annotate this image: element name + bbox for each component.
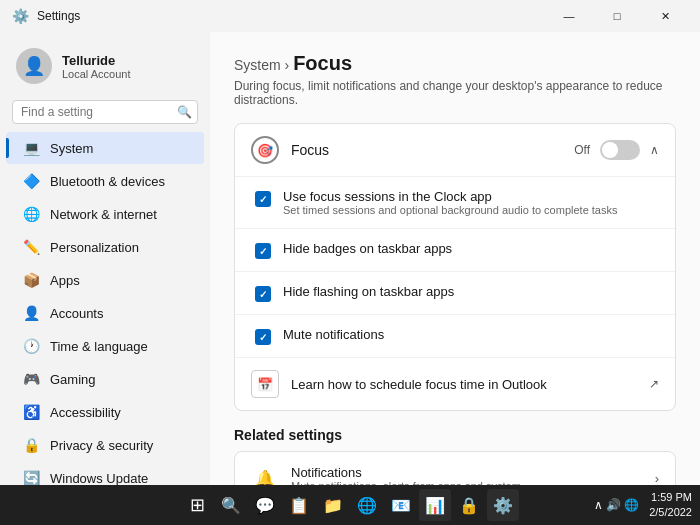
taskbar: ⊞ 🔍 💬 📋 📁 🌐 📧 📊 🔒 ⚙️ ∧ 🔊 🌐 1:59 PM 2/5/2… bbox=[0, 485, 700, 525]
sidebar-item-label-accessibility: Accessibility bbox=[50, 405, 121, 420]
sidebar: 👤 Telluride Local Account 🔍 💻 System 🔷 B… bbox=[0, 32, 210, 485]
sidebar-item-label-system: System bbox=[50, 141, 93, 156]
row-title-clock-sessions: Use focus sessions in the Clock app bbox=[283, 189, 617, 204]
row-subtitle-clock-sessions: Set timed sessions and optional backgrou… bbox=[283, 204, 617, 216]
sidebar-item-windows-update[interactable]: 🔄 Windows Update bbox=[6, 462, 204, 485]
maximize-button[interactable]: □ bbox=[594, 0, 640, 32]
notif-text: Notifications Mute notifications, alerts… bbox=[291, 465, 643, 486]
row-title-mute-notifications: Mute notifications bbox=[283, 327, 384, 342]
sidebar-item-bluetooth[interactable]: 🔷 Bluetooth & devices bbox=[6, 165, 204, 197]
related-settings-heading: Related settings bbox=[234, 427, 676, 443]
card-header-right: Off ∧ bbox=[574, 140, 659, 160]
focus-card-title: Focus bbox=[291, 142, 329, 158]
checkbox-clock-sessions[interactable] bbox=[255, 191, 271, 207]
volume-icon[interactable]: 🔊 bbox=[606, 498, 621, 512]
sidebar-item-label-personalization: Personalization bbox=[50, 240, 139, 255]
lock-button[interactable]: 🔒 bbox=[453, 489, 485, 521]
outlook-text: Learn how to schedule focus time in Outl… bbox=[291, 377, 637, 392]
clock-date: 2/5/2022 bbox=[649, 505, 692, 520]
focus-row-mute-notifications: Mute notifications bbox=[235, 314, 675, 357]
focus-row-clock-sessions: Use focus sessions in the Clock app Set … bbox=[235, 176, 675, 228]
page-subtitle: During focus, limit notifications and ch… bbox=[234, 79, 676, 107]
breadcrumb-parent: System bbox=[234, 57, 281, 73]
apps-icon: 📦 bbox=[22, 271, 40, 289]
sidebar-item-time[interactable]: 🕐 Time & language bbox=[6, 330, 204, 362]
user-type: Local Account bbox=[62, 68, 131, 80]
search-box[interactable]: 🔍 bbox=[12, 100, 198, 124]
sidebar-item-privacy[interactable]: 🔒 Privacy & security bbox=[6, 429, 204, 461]
checkbox-mute-notifications[interactable] bbox=[255, 329, 271, 345]
sidebar-item-apps[interactable]: 📦 Apps bbox=[6, 264, 204, 296]
privacy-icon: 🔒 bbox=[22, 436, 40, 454]
row-text-hide-badges: Hide badges on taskbar apps bbox=[283, 241, 452, 256]
notifications-row[interactable]: 🔔 Notifications Mute notifications, aler… bbox=[235, 452, 675, 485]
network-tray-icon[interactable]: 🌐 bbox=[624, 498, 639, 512]
title-bar-title: Settings bbox=[37, 9, 80, 23]
gaming-icon: 🎮 bbox=[22, 370, 40, 388]
notifications-card: 🔔 Notifications Mute notifications, aler… bbox=[234, 451, 676, 485]
mail-button[interactable]: 📧 bbox=[385, 489, 417, 521]
sidebar-item-accessibility[interactable]: ♿ Accessibility bbox=[6, 396, 204, 428]
card-header-left: 🎯 Focus bbox=[251, 136, 329, 164]
search-taskbar-button[interactable]: 🔍 bbox=[215, 489, 247, 521]
widgets-button[interactable]: 📋 bbox=[283, 489, 315, 521]
row-title-hide-flashing: Hide flashing on taskbar apps bbox=[283, 284, 454, 299]
sidebar-item-label-network: Network & internet bbox=[50, 207, 157, 222]
focus-card: 🎯 Focus Off ∧ Use focus sessions in the … bbox=[234, 123, 676, 411]
taskview-button[interactable]: 💬 bbox=[249, 489, 281, 521]
settings-taskbar-button[interactable]: ⚙️ bbox=[487, 489, 519, 521]
taskbar-right: ∧ 🔊 🌐 1:59 PM 2/5/2022 bbox=[594, 490, 692, 521]
search-input[interactable] bbox=[21, 105, 171, 119]
sidebar-item-label-apps: Apps bbox=[50, 273, 80, 288]
sidebar-item-system[interactable]: 💻 System bbox=[6, 132, 204, 164]
file-explorer-button[interactable]: 📁 bbox=[317, 489, 349, 521]
avatar: 👤 bbox=[16, 48, 52, 84]
sidebar-item-personalization[interactable]: ✏️ Personalization bbox=[6, 231, 204, 263]
row-text-clock-sessions: Use focus sessions in the Clock app Set … bbox=[283, 189, 617, 216]
row-title-hide-badges: Hide badges on taskbar apps bbox=[283, 241, 452, 256]
notification-bell-icon: 🔔 bbox=[251, 464, 279, 485]
row-text-hide-flashing: Hide flashing on taskbar apps bbox=[283, 284, 454, 299]
user-name: Telluride bbox=[62, 53, 131, 68]
clock-area[interactable]: 1:59 PM 2/5/2022 bbox=[649, 490, 692, 521]
checkbox-hide-flashing[interactable] bbox=[255, 286, 271, 302]
close-button[interactable]: ✕ bbox=[642, 0, 688, 32]
title-bar: ⚙️ Settings — □ ✕ bbox=[0, 0, 700, 32]
focus-header-icon: 🎯 bbox=[251, 136, 279, 164]
edge-button[interactable]: 🌐 bbox=[351, 489, 383, 521]
external-link-icon: ↗ bbox=[649, 377, 659, 391]
breadcrumb: System › Focus bbox=[234, 52, 676, 75]
focus-card-header[interactable]: 🎯 Focus Off ∧ bbox=[235, 124, 675, 176]
focus-toggle[interactable] bbox=[600, 140, 640, 160]
calendar-icon: 📅 bbox=[251, 370, 279, 398]
network-icon: 🌐 bbox=[22, 205, 40, 223]
row-text-mute-notifications: Mute notifications bbox=[283, 327, 384, 342]
personalization-icon: ✏️ bbox=[22, 238, 40, 256]
sidebar-item-label-windows-update: Windows Update bbox=[50, 471, 148, 486]
outlook-row[interactable]: 📅 Learn how to schedule focus time in Ou… bbox=[235, 357, 675, 410]
user-info: Telluride Local Account bbox=[62, 53, 131, 80]
excel-button[interactable]: 📊 bbox=[419, 489, 451, 521]
minimize-button[interactable]: — bbox=[546, 0, 592, 32]
windows-update-icon: 🔄 bbox=[22, 469, 40, 485]
page-title: Focus bbox=[293, 52, 352, 74]
checkbox-hide-badges[interactable] bbox=[255, 243, 271, 259]
notif-title: Notifications bbox=[291, 465, 643, 480]
accounts-icon: 👤 bbox=[22, 304, 40, 322]
sidebar-item-label-privacy: Privacy & security bbox=[50, 438, 153, 453]
start-button[interactable]: ⊞ bbox=[181, 489, 213, 521]
focus-row-hide-badges: Hide badges on taskbar apps bbox=[235, 228, 675, 271]
title-bar-left: ⚙️ Settings bbox=[12, 8, 80, 24]
bluetooth-icon: 🔷 bbox=[22, 172, 40, 190]
sidebar-item-network[interactable]: 🌐 Network & internet bbox=[6, 198, 204, 230]
notif-chevron-icon: › bbox=[655, 471, 659, 486]
sidebar-item-accounts[interactable]: 👤 Accounts bbox=[6, 297, 204, 329]
sidebar-item-label-time: Time & language bbox=[50, 339, 148, 354]
sidebar-item-label-gaming: Gaming bbox=[50, 372, 96, 387]
notif-sub: Mute notifications, alerts from apps and… bbox=[291, 480, 643, 486]
caret-icon[interactable]: ∧ bbox=[594, 498, 603, 512]
taskbar-center: ⊞ 🔍 💬 📋 📁 🌐 📧 📊 🔒 ⚙️ bbox=[181, 489, 519, 521]
search-icon: 🔍 bbox=[177, 105, 192, 119]
time-icon: 🕐 bbox=[22, 337, 40, 355]
sidebar-item-gaming[interactable]: 🎮 Gaming bbox=[6, 363, 204, 395]
